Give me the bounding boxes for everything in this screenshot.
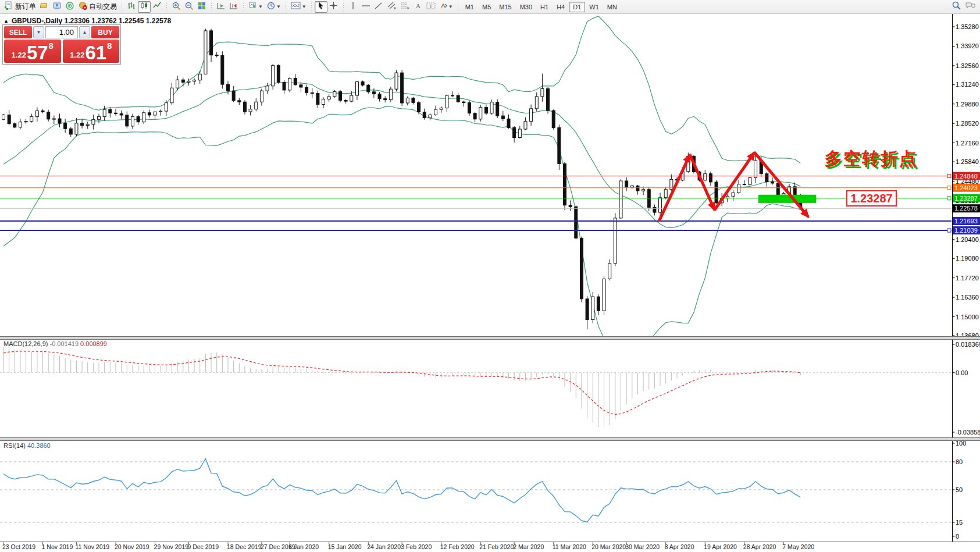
crosshair-button[interactable]: [327, 1, 340, 13]
timeframe-button-h1[interactable]: H1: [536, 2, 553, 12]
timeframe-button-m30[interactable]: M30: [516, 2, 536, 12]
trend-arrow-annotation[interactable]: [754, 152, 808, 217]
new-chart-button[interactable]: ▼: [247, 1, 265, 13]
trendline-button[interactable]: [372, 1, 385, 13]
tile-windows-button[interactable]: [195, 1, 208, 13]
candlestick: [743, 184, 746, 185]
timeframe-button-m1[interactable]: M1: [461, 2, 478, 12]
date-tick-label: 20 Mar 2020: [591, 543, 626, 550]
timeframe-button-mn[interactable]: MN: [603, 2, 621, 12]
macd-axis-label: -0.038585: [956, 429, 980, 436]
price-tag-annotation[interactable]: 1.23287: [846, 190, 896, 206]
candlestick: [619, 181, 622, 218]
candlestick: [142, 113, 145, 122]
terminal-button[interactable]: [51, 1, 63, 13]
text-icon: A: [414, 2, 422, 12]
collapse-icon[interactable]: ▲: [3, 18, 9, 24]
sell-price-button[interactable]: 1.22 57 8: [4, 40, 61, 63]
text-label-button[interactable]: T: [425, 1, 437, 13]
autotrading-button[interactable]: 自动交易: [76, 1, 119, 13]
candlestick: [580, 238, 583, 298]
candlestick: [120, 113, 123, 115]
alerts-button[interactable]: [63, 1, 76, 13]
candlestick-chart-button[interactable]: [138, 1, 151, 13]
equidistant-channel-button[interactable]: E: [385, 1, 398, 13]
toolbar-grip: [120, 2, 123, 12]
chart-periods-button[interactable]: ▼: [265, 1, 283, 13]
buy-price-prefix: 1.22: [70, 51, 84, 59]
main-chart-panel: [0, 16, 952, 350]
date-tick-label: 8 Apr 2020: [665, 543, 694, 550]
candlestick: [513, 127, 516, 137]
autotrading-icon: [78, 1, 87, 13]
bar-chart-button[interactable]: [125, 1, 138, 13]
dropdown-caret-icon: ▼: [258, 4, 263, 9]
vertical-line-button[interactable]: [347, 1, 359, 13]
indicators-button[interactable]: ▼: [289, 1, 308, 13]
candlestick: [24, 122, 27, 122]
macd-signal-line: [3, 351, 800, 415]
rsi-axis-label: 80: [956, 458, 963, 465]
candlestick: [378, 94, 381, 99]
line-chart-button[interactable]: [151, 1, 163, 13]
date-tick-label: 24 Jan 2020: [367, 543, 401, 550]
chart-canvas[interactable]: 1.352801.339201.325601.312401.298801.285…: [0, 0, 980, 552]
timeframe-group: M1M5M15M30H1H4D1W1MN: [461, 2, 621, 12]
timeframe-button-d1[interactable]: D1: [569, 2, 585, 12]
zoom-out-button[interactable]: [183, 1, 195, 13]
candlestick: [2, 115, 5, 119]
candlestick: [64, 123, 67, 129]
text-button[interactable]: A: [412, 1, 425, 13]
fibonacci-icon: F: [400, 1, 410, 12]
candlestick: [765, 174, 768, 182]
new-order-button[interactable]: 新订单: [2, 1, 38, 13]
macd-axis-label: 0.018369: [956, 341, 980, 348]
zoom-in-button[interactable]: [170, 1, 183, 13]
candlestick: [395, 73, 398, 89]
fibonacci-button[interactable]: F: [398, 1, 412, 13]
timeframe-button-m15[interactable]: M15: [495, 2, 515, 12]
cursor-button[interactable]: [315, 1, 327, 13]
candlestick: [131, 116, 134, 126]
volume-increase-button[interactable]: ▲: [79, 26, 90, 38]
timeframe-button-m5[interactable]: M5: [478, 2, 495, 12]
terminal-icon: [52, 1, 62, 13]
turning-point-annotation[interactable]: 多空转折点: [825, 147, 918, 171]
macd-axis-label: 0.00: [956, 369, 968, 376]
timeframe-button-w1[interactable]: W1: [585, 2, 603, 12]
buy-price-button[interactable]: 1.22 61 8: [63, 40, 120, 63]
auto-scroll-button[interactable]: [215, 1, 227, 13]
toolbar-grip: [284, 2, 287, 12]
rsi-panel: [0, 459, 952, 522]
new-chart-icon: [248, 1, 258, 13]
candlestick: [81, 123, 84, 126]
buy-price-main: 61: [85, 44, 106, 62]
arrows-button[interactable]: ▼: [437, 1, 455, 13]
volume-input[interactable]: 1.00: [45, 26, 78, 38]
date-tick-label: 20 Nov 2019: [115, 543, 149, 550]
candlestick: [479, 107, 482, 119]
volume-decrease-button[interactable]: ▼: [33, 26, 44, 38]
candlestick: [266, 86, 269, 91]
candlestick: [232, 91, 235, 101]
chart-shift-button[interactable]: [227, 1, 240, 13]
green-box-annotation[interactable]: [758, 195, 816, 203]
line-drag-handle[interactable]: [947, 197, 951, 200]
metaeditor-button[interactable]: [38, 1, 51, 13]
chat-button[interactable]: [963, 1, 978, 13]
sell-button[interactable]: SELL: [4, 26, 32, 38]
search-button[interactable]: [950, 1, 963, 13]
line-drag-handle[interactable]: [947, 229, 951, 232]
timeframe-button-h4[interactable]: H4: [553, 2, 569, 12]
horizontal-line-button[interactable]: [359, 1, 372, 13]
buy-button[interactable]: BUY: [91, 26, 119, 38]
rsi-value: 40.3860: [27, 442, 51, 449]
price-tick-label: 1.33920: [956, 42, 979, 49]
candlestick: [115, 113, 117, 113]
line-drag-handle[interactable]: [947, 174, 951, 178]
candlestick: [277, 66, 280, 83]
candlestick: [30, 116, 33, 121]
line-drag-handle[interactable]: [947, 186, 951, 190]
candlestick: [518, 129, 521, 138]
candlestick: [754, 161, 757, 177]
